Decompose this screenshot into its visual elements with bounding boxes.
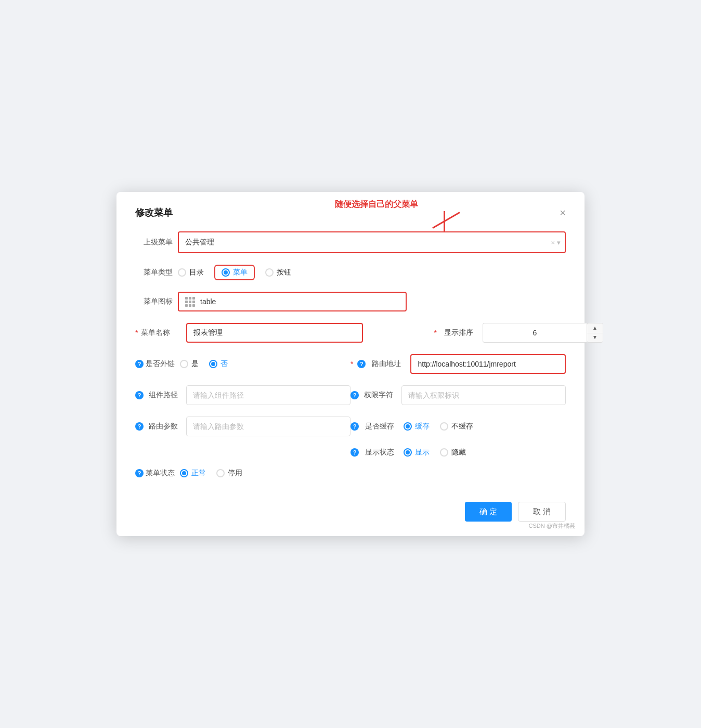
menu-type-radio-group: 目录 菜单 按钮 bbox=[178, 265, 291, 280]
route-path-col: * ? 路由地址 bbox=[350, 354, 566, 374]
radio-label-cache-yes: 缓存 bbox=[415, 422, 430, 431]
permission-str-input[interactable] bbox=[401, 385, 566, 405]
radio-inner-cache-yes bbox=[406, 424, 410, 428]
route-path-label: 路由地址 bbox=[372, 359, 401, 369]
is-external-col: ? 是否外链 是 否 bbox=[135, 359, 350, 369]
menu-type-button[interactable]: 按钮 bbox=[265, 268, 291, 277]
footer: 确 定 取 消 bbox=[135, 492, 566, 522]
radio-outer-normal bbox=[180, 469, 188, 477]
dialog: 随便选择自己的父菜单 修改菜单 × 上级菜单 × ▾ 菜单类型 bbox=[116, 192, 585, 536]
spin-wrapper: ▲ ▼ bbox=[587, 323, 603, 343]
radio-inner-normal bbox=[182, 471, 186, 475]
menu-status-label: 菜单状态 bbox=[146, 469, 175, 478]
close-button[interactable]: × bbox=[560, 207, 566, 218]
radio-label-hide: 隐藏 bbox=[451, 448, 466, 457]
is-external-yes[interactable]: 是 bbox=[180, 359, 199, 369]
route-params-input[interactable] bbox=[186, 417, 350, 436]
radio-outer-cache-yes bbox=[404, 422, 412, 431]
radio-outer-hide bbox=[440, 448, 448, 457]
menu-type-label: 菜单类型 bbox=[135, 268, 173, 277]
is-external-help-icon: ? bbox=[135, 360, 144, 368]
radio-outer-directory bbox=[178, 268, 186, 277]
route-path-help-icon: ? bbox=[357, 360, 366, 368]
cancel-button[interactable]: 取 消 bbox=[518, 502, 566, 522]
spin-down-button[interactable]: ▼ bbox=[587, 333, 603, 343]
radio-label-ext-no: 否 bbox=[220, 359, 228, 369]
radio-label-show: 显示 bbox=[415, 448, 430, 457]
required-star-route: * bbox=[350, 360, 353, 368]
parent-menu-select-wrapper: × ▾ bbox=[178, 231, 566, 253]
parent-menu-input[interactable] bbox=[179, 232, 565, 252]
permission-help-icon: ? bbox=[350, 391, 359, 399]
menu-status-normal[interactable]: 正常 bbox=[180, 469, 206, 478]
is-external-no[interactable]: 否 bbox=[209, 359, 228, 369]
route-path-input[interactable] bbox=[410, 354, 566, 374]
display-order-group: * 显示排序 ▲ ▼ bbox=[363, 323, 566, 343]
display-order-input[interactable] bbox=[483, 323, 587, 343]
component-help-icon: ? bbox=[135, 391, 144, 399]
radio-label-ext-yes: 是 bbox=[191, 359, 199, 369]
radio-label-normal: 正常 bbox=[191, 469, 206, 478]
dialog-title: 修改菜单 bbox=[135, 206, 173, 219]
menu-type-menu[interactable]: 菜单 bbox=[214, 265, 255, 280]
radio-outer-disabled bbox=[216, 469, 225, 477]
radio-outer-ext-yes bbox=[180, 360, 188, 368]
radio-label-cache-no: 不缓存 bbox=[451, 422, 473, 431]
cache-yes[interactable]: 缓存 bbox=[404, 422, 430, 431]
display-status-radio-group: 显示 隐藏 bbox=[404, 448, 466, 457]
radio-inner-menu bbox=[224, 270, 228, 275]
menu-icon-input-wrapper[interactable]: table bbox=[178, 292, 407, 311]
required-star-name: * bbox=[135, 329, 138, 337]
menu-icon-row: 菜单图标 table bbox=[135, 292, 566, 311]
menu-status-help-icon: ? bbox=[135, 469, 144, 477]
display-status-help-icon: ? bbox=[350, 448, 359, 457]
component-path-label: 组件路径 bbox=[149, 391, 178, 400]
spin-up-button[interactable]: ▲ bbox=[587, 323, 603, 333]
menu-status-row: ? 菜单状态 正常 停用 bbox=[135, 469, 566, 478]
radio-outer-ext-no bbox=[209, 360, 217, 368]
display-order-input-group: ▲ ▼ bbox=[483, 323, 566, 343]
display-status-col: ? 显示状态 显示 隐藏 bbox=[350, 448, 566, 457]
is-external-radio-group: 是 否 bbox=[180, 359, 228, 369]
menu-name-order-row: * 菜单名称 * 显示排序 ▲ ▼ bbox=[135, 323, 566, 343]
display-hide[interactable]: 隐藏 bbox=[440, 448, 466, 457]
component-path-col: ? 组件路径 bbox=[135, 385, 350, 405]
radio-outer-menu bbox=[222, 268, 230, 277]
display-order-label: 显示排序 bbox=[442, 328, 473, 337]
menu-status-disabled[interactable]: 停用 bbox=[216, 469, 242, 478]
permission-str-label: 权限字符 bbox=[364, 391, 393, 400]
watermark: CSDN @市井橘芸 bbox=[529, 522, 575, 530]
parent-menu-row: 上级菜单 × ▾ bbox=[135, 231, 566, 253]
radio-inner-ext-no bbox=[211, 362, 215, 366]
menu-status-radio-group: 正常 停用 bbox=[180, 469, 242, 478]
radio-outer-show bbox=[404, 448, 412, 457]
menu-name-input[interactable] bbox=[186, 323, 363, 343]
display-show[interactable]: 显示 bbox=[404, 448, 430, 457]
menu-icon-value: table bbox=[200, 297, 216, 306]
menu-icon-label: 菜单图标 bbox=[135, 297, 173, 306]
cache-label: 是否缓存 bbox=[365, 422, 394, 431]
component-permission-row: ? 组件路径 ? 权限字符 bbox=[135, 385, 566, 405]
cache-help-icon: ? bbox=[350, 422, 359, 431]
route-params-col: ? 路由参数 bbox=[135, 417, 350, 436]
display-status-row: ? 显示状态 显示 隐藏 bbox=[135, 448, 566, 457]
radio-outer-cache-no bbox=[440, 422, 448, 431]
external-route-row: ? 是否外链 是 否 * ? 路由地址 bbox=[135, 354, 566, 374]
confirm-button[interactable]: 确 定 bbox=[465, 502, 512, 522]
route-params-label: 路由参数 bbox=[149, 422, 178, 431]
route-params-cache-row: ? 路由参数 ? 是否缓存 缓存 不缓存 bbox=[135, 417, 566, 436]
menu-name-label: 菜单名称 bbox=[139, 328, 170, 337]
menu-type-row: 菜单类型 目录 菜单 按钮 bbox=[135, 265, 566, 280]
is-external-label: 是否外链 bbox=[146, 359, 175, 369]
parent-menu-label: 上级菜单 bbox=[135, 238, 173, 247]
cache-col: ? 是否缓存 缓存 不缓存 bbox=[350, 422, 566, 431]
display-status-label: 显示状态 bbox=[365, 448, 394, 457]
menu-type-directory[interactable]: 目录 bbox=[178, 268, 204, 277]
radio-label-directory: 目录 bbox=[189, 268, 204, 277]
component-path-input[interactable] bbox=[186, 385, 350, 405]
radio-inner-show bbox=[406, 450, 410, 454]
cache-radio-group: 缓存 不缓存 bbox=[404, 422, 473, 431]
table-icon bbox=[185, 297, 195, 307]
cache-no[interactable]: 不缓存 bbox=[440, 422, 473, 431]
radio-outer-button bbox=[265, 268, 274, 277]
